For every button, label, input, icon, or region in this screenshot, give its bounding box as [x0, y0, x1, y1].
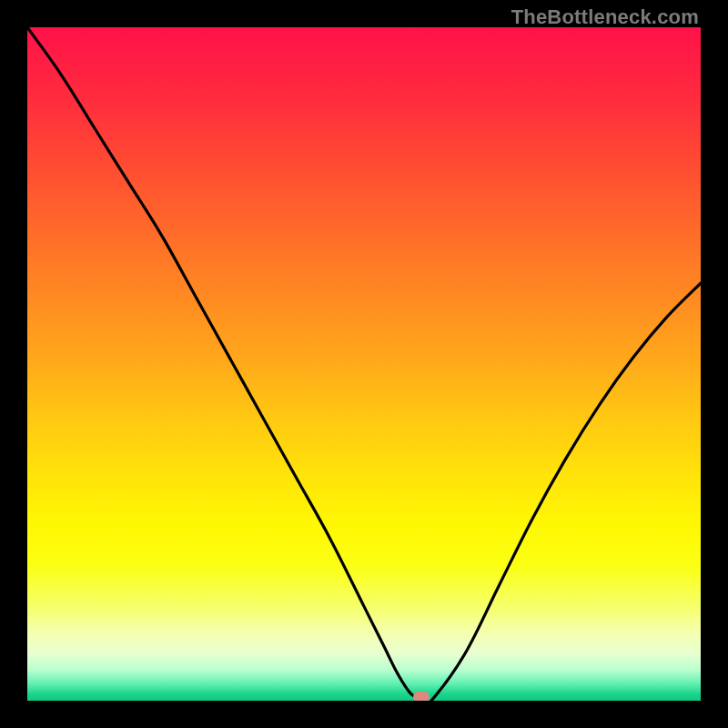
plot-area	[27, 27, 701, 701]
minimum-marker	[413, 692, 430, 701]
chart-frame: TheBottleneck.com	[0, 0, 728, 728]
watermark-label: TheBottleneck.com	[511, 5, 699, 29]
bottleneck-curve	[27, 27, 701, 701]
